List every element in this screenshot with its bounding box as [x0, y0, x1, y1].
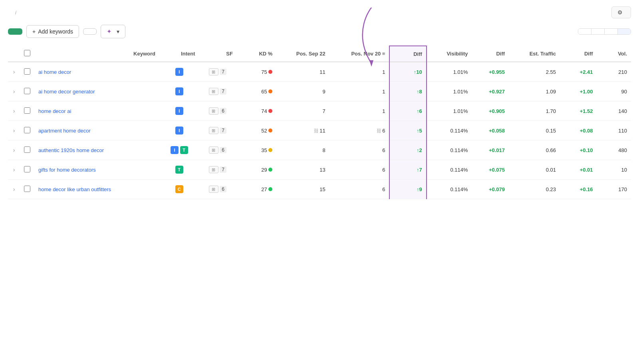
row-vol: 110 — [597, 121, 631, 140]
row-intent: I — [159, 101, 199, 121]
row-pos-sep: 9 — [276, 82, 329, 101]
row-vol: 480 — [597, 140, 631, 160]
select-all-checkbox[interactable] — [24, 50, 30, 56]
vol-value: 110 — [618, 128, 627, 134]
kd-dot — [268, 168, 272, 172]
diff-value: ↑8 — [417, 89, 422, 95]
row-kd: 52 — [237, 121, 277, 140]
row-intent: I T — [159, 140, 199, 160]
pos-sep-value: 7 — [322, 108, 325, 114]
link-icon: ⛓ — [377, 128, 381, 134]
row-checkbox[interactable] — [24, 107, 30, 114]
row-expand[interactable]: › — [8, 121, 20, 140]
potential-hidden-button[interactable]: ✦ ▾ — [101, 25, 125, 38]
row-checkbox[interactable] — [24, 186, 30, 192]
positions-button[interactable] — [578, 29, 591, 34]
th-visibility: Visibility — [427, 46, 472, 62]
intent-badge: T — [175, 166, 183, 174]
keyword-link[interactable]: ai home decor — [38, 69, 71, 75]
visibility-value: 1.01% — [453, 108, 468, 114]
keyword-link[interactable]: authentic 1920s home decor — [38, 147, 104, 153]
row-pos-sep: 13 — [276, 160, 329, 180]
vol-value: 170 — [618, 186, 627, 192]
table-row: ›authentic 1920s home decorI T ⊞ 635 86↑… — [8, 140, 631, 160]
row-checkbox[interactable] — [24, 166, 30, 172]
row-est-traffic: 1.70 — [509, 101, 560, 121]
diff-value: ↑7 — [417, 167, 422, 173]
th-diff: Diff — [389, 46, 426, 62]
all-for-button[interactable] — [618, 29, 631, 34]
traffic-diff-value: +0.08 — [580, 128, 593, 134]
row-vis-diff: +0.905 — [472, 101, 509, 121]
row-sf: ⊞ 7 — [199, 160, 237, 180]
table-row: ›home decor like urban outfittersC ⊞ 627… — [8, 180, 631, 199]
row-checkbox[interactable] — [24, 68, 30, 75]
row-pos-sep: 8 — [276, 140, 329, 160]
row-checkbox[interactable] — [24, 146, 30, 153]
row-pos-nov: 1 — [329, 101, 390, 121]
sf-icon: ⊞ — [209, 88, 218, 95]
keyword-link[interactable]: home decor ai — [38, 108, 71, 114]
row-vol: 170 — [597, 180, 631, 199]
page-header: i ⚙ — [8, 6, 631, 18]
buy-more-keywords-button[interactable] — [8, 28, 22, 35]
table-header-row: Keyword Intent SF KD % Pos. Sep 22 Pos. … — [8, 46, 631, 62]
add-keywords-button[interactable]: + Add keywords — [26, 25, 79, 38]
row-checkbox-cell — [20, 101, 34, 121]
visibility-value: 1.01% — [453, 69, 468, 75]
sf-value: 7 — [220, 88, 226, 95]
row-diff: ↑5 — [389, 121, 426, 140]
row-keyword: home decor like urban outfitters — [34, 180, 159, 199]
row-pos-nov: ⛓6 — [329, 121, 390, 140]
row-expand[interactable]: › — [8, 140, 20, 160]
plus-icon: + — [32, 28, 36, 35]
sf-value: 7 — [220, 166, 226, 173]
row-checkbox-cell — [20, 160, 34, 180]
keyword-link[interactable]: gifts for home decorators — [38, 167, 96, 173]
actions-button[interactable] — [83, 28, 97, 35]
row-vis-diff: +0.955 — [472, 62, 509, 82]
row-traffic-diff: +0.16 — [560, 180, 597, 199]
th-pos-nov[interactable]: Pos. Nov 20 ≡ — [329, 46, 390, 62]
th-vol: Vol. — [597, 46, 631, 62]
row-sf: ⊞ 6 — [199, 101, 237, 121]
vol-value: 480 — [618, 147, 627, 153]
table-row: ›ai home decor generatorI ⊞ 765 91↑81.01… — [8, 82, 631, 101]
row-intent: I — [159, 62, 199, 82]
row-pos-nov: 6 — [329, 160, 390, 180]
row-kd: 27 — [237, 180, 277, 199]
row-kd: 74 — [237, 101, 277, 121]
row-visibility: 0.114% — [427, 121, 472, 140]
row-sf: ⊞ 7 — [199, 62, 237, 82]
est-traffic-button[interactable] — [591, 29, 605, 34]
intent-badge: I — [175, 87, 183, 95]
pos-nov-value: 6 — [382, 167, 385, 173]
row-vol: 140 — [597, 101, 631, 121]
row-expand[interactable]: › — [8, 82, 20, 101]
traffic-diff-value: +1.52 — [580, 108, 593, 114]
gear-icon: ⚙ — [617, 9, 623, 16]
row-vol: 90 — [597, 82, 631, 101]
row-expand[interactable]: › — [8, 160, 20, 180]
visibility-button[interactable] — [605, 29, 618, 34]
row-expand[interactable]: › — [8, 62, 20, 82]
row-expand[interactable]: › — [8, 180, 20, 199]
keyword-link[interactable]: ai home decor generator — [38, 89, 95, 95]
th-kd: KD % — [237, 46, 277, 62]
sf-value: 7 — [220, 69, 226, 75]
row-checkbox[interactable] — [24, 127, 30, 133]
info-icon[interactable]: i — [15, 10, 16, 16]
th-diff2: Diff — [472, 46, 509, 62]
th-pos-sep[interactable]: Pos. Sep 22 — [276, 46, 329, 62]
row-pos-nov: 1 — [329, 62, 390, 82]
th-keyword: Keyword — [34, 46, 159, 62]
row-expand[interactable]: › — [8, 101, 20, 121]
row-diff: ↑8 — [389, 82, 426, 101]
keyword-link[interactable]: home decor like urban outfitters — [38, 186, 111, 192]
sf-value: 6 — [220, 108, 226, 114]
sort-icon: ≡ — [382, 51, 385, 57]
vol-value: 90 — [621, 89, 627, 95]
keyword-link[interactable]: apartment home decor — [38, 128, 91, 134]
row-checkbox[interactable] — [24, 88, 30, 94]
table-settings-button[interactable]: ⚙ — [611, 6, 631, 18]
